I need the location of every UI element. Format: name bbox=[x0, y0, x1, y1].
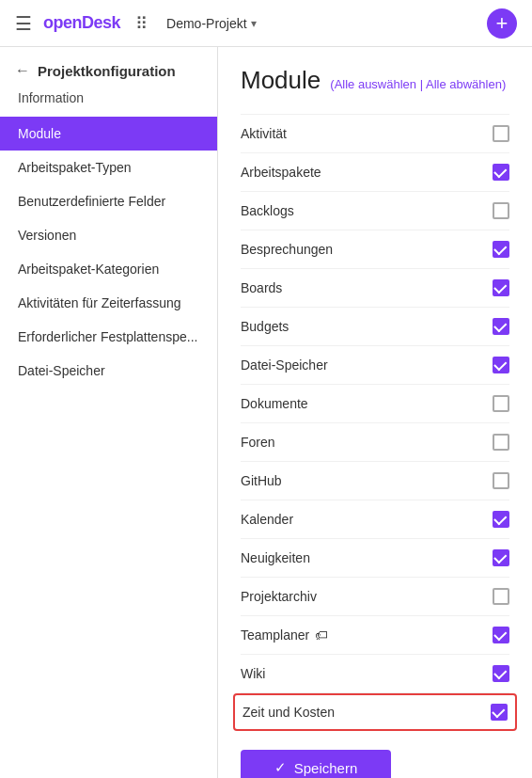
sidebar-item-datei-speicher[interactable]: Datei-Speicher bbox=[0, 354, 217, 388]
module-label: Zeit und Kosten bbox=[243, 705, 335, 720]
module-checkbox[interactable] bbox=[493, 511, 509, 528]
sidebar-item-festplattenspeicher[interactable]: Erforderlicher Festplattenspe... bbox=[0, 320, 217, 354]
title-links: (Alle auswählen | Alle abwählen) bbox=[330, 77, 506, 91]
module-label: Arbeitspakete bbox=[241, 165, 321, 180]
module-item: Teamplaner🏷 bbox=[241, 616, 509, 655]
module-checkbox[interactable] bbox=[493, 318, 509, 335]
back-arrow-icon: ← bbox=[15, 62, 30, 79]
module-label: Wiki bbox=[241, 666, 265, 681]
app-layout: ← Projektkonfiguration Information Modul… bbox=[0, 47, 532, 778]
project-caret-icon: ▾ bbox=[251, 17, 257, 30]
module-checkbox[interactable] bbox=[493, 588, 509, 605]
sidebar: ← Projektkonfiguration Information Modul… bbox=[0, 47, 218, 778]
module-label: Boards bbox=[241, 280, 282, 295]
module-item: Backlogs bbox=[241, 192, 509, 230]
module-item: Zeit und Kosten bbox=[233, 693, 517, 731]
module-item: Budgets bbox=[241, 308, 509, 346]
module-label: Besprechungen bbox=[241, 242, 333, 257]
module-item: Arbeitspakete bbox=[241, 153, 509, 192]
module-checkbox[interactable] bbox=[493, 164, 509, 181]
save-button[interactable]: ✓ Speichern bbox=[241, 750, 391, 778]
module-checkbox[interactable] bbox=[493, 357, 509, 373]
hamburger-icon[interactable]: ☰ bbox=[15, 12, 32, 35]
sidebar-item-aktivitaeten-zeiterfassung[interactable]: Aktivitäten für Zeiterfassung bbox=[0, 286, 217, 320]
module-item: Boards bbox=[241, 269, 509, 308]
module-item: Aktivität bbox=[241, 114, 509, 153]
module-label: Projektarchiv bbox=[241, 589, 317, 604]
module-checkbox[interactable] bbox=[493, 202, 509, 219]
page-title-row: Module (Alle auswählen | Alle abwählen) bbox=[241, 66, 509, 95]
module-item: Dokumente bbox=[241, 385, 509, 423]
module-checkbox[interactable] bbox=[493, 549, 509, 566]
module-list: AktivitätArbeitspaketeBacklogsBesprechun… bbox=[241, 114, 509, 731]
module-item: Projektarchiv bbox=[241, 578, 509, 616]
save-check-icon: ✓ bbox=[274, 759, 287, 776]
module-item: Besprechungen bbox=[241, 230, 509, 269]
module-tag-icon: 🏷 bbox=[315, 627, 328, 643]
module-item: Neuigkeiten bbox=[241, 539, 509, 578]
sidebar-title: Projektkonfiguration bbox=[38, 63, 176, 79]
sidebar-back-button[interactable]: ← Projektkonfiguration bbox=[0, 47, 217, 87]
add-button[interactable]: + bbox=[487, 8, 517, 39]
sidebar-item-arbeitspaket-typen[interactable]: Arbeitspaket-Typen bbox=[0, 151, 217, 184]
module-checkbox[interactable] bbox=[493, 627, 509, 643]
grid-icon[interactable]: ⠿ bbox=[135, 13, 148, 34]
module-checkbox[interactable] bbox=[491, 704, 508, 721]
module-label: Budgets bbox=[241, 319, 289, 334]
project-name: Demo-Projekt bbox=[166, 16, 247, 31]
top-nav: ☰ openDesk ⠿ Demo-Projekt ▾ + bbox=[0, 0, 532, 47]
module-checkbox[interactable] bbox=[493, 472, 509, 489]
module-checkbox[interactable] bbox=[493, 434, 509, 451]
module-checkbox[interactable] bbox=[493, 665, 509, 682]
module-item: Wiki bbox=[241, 655, 509, 693]
app-logo: openDesk bbox=[43, 13, 120, 33]
deselect-all-link[interactable]: Alle abwählen bbox=[426, 77, 502, 91]
page-title: Module bbox=[241, 66, 321, 95]
module-item: Foren bbox=[241, 423, 509, 462]
module-label: Aktivität bbox=[241, 126, 287, 141]
sidebar-item-arbeitspaket-kategorien[interactable]: Arbeitspaket-Kategorien bbox=[0, 252, 217, 286]
module-label: Dokumente bbox=[241, 396, 308, 411]
project-selector[interactable]: Demo-Projekt ▾ bbox=[166, 16, 257, 31]
module-label: GitHub bbox=[241, 473, 282, 488]
module-label: Kalender bbox=[241, 512, 293, 527]
module-item: GitHub bbox=[241, 462, 509, 500]
module-label: Neuigkeiten bbox=[241, 550, 310, 565]
module-label: Foren bbox=[241, 435, 275, 450]
sidebar-item-versionen[interactable]: Versionen bbox=[0, 218, 217, 252]
main-content: Module (Alle auswählen | Alle abwählen) … bbox=[218, 47, 532, 778]
select-all-link[interactable]: Alle auswählen bbox=[335, 77, 416, 91]
sidebar-item-module[interactable]: Module bbox=[0, 117, 217, 151]
sidebar-nav: Information Module Arbeitspaket-Typen Be… bbox=[0, 87, 217, 388]
module-item: Datei-Speicher bbox=[241, 346, 509, 385]
module-label: Datei-Speicher bbox=[241, 357, 328, 373]
sidebar-item-information[interactable]: Information bbox=[0, 87, 217, 117]
module-label: Backlogs bbox=[241, 203, 294, 218]
module-checkbox[interactable] bbox=[493, 125, 509, 142]
module-checkbox[interactable] bbox=[493, 395, 509, 412]
module-checkbox[interactable] bbox=[493, 241, 509, 258]
module-checkbox[interactable] bbox=[493, 279, 509, 296]
module-label: Teamplaner🏷 bbox=[241, 627, 328, 643]
sidebar-item-benutzerdefinierte-felder[interactable]: Benutzerdefinierte Felder bbox=[0, 184, 217, 218]
module-item: Kalender bbox=[241, 500, 509, 539]
save-label: Speichern bbox=[294, 760, 358, 776]
